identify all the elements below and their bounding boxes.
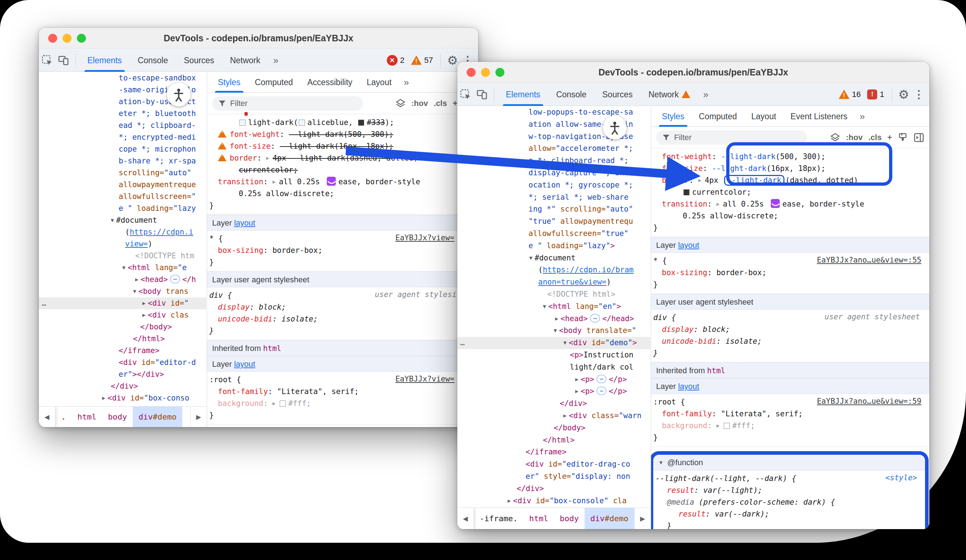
css-declaration[interactable]: } bbox=[207, 409, 478, 421]
css-declaration[interactable]: result: var(--dark); bbox=[653, 508, 925, 520]
breadcrumb-item[interactable]: . bbox=[55, 407, 72, 427]
breadcrumb-item[interactable]: body bbox=[102, 407, 133, 427]
sidebar-tab-accessibility[interactable]: Accessibility bbox=[300, 72, 360, 93]
dom-row[interactable]: allow="accelerometer *; bbox=[457, 142, 651, 155]
badge-issue[interactable]: !1 bbox=[867, 90, 884, 100]
breadcrumb-item[interactable]: -iframe. bbox=[474, 508, 524, 529]
style-rule[interactable]: EaYBJJx?ano…ue&view=:59:root {font-famil… bbox=[651, 394, 929, 447]
sidebar-tab-computed[interactable]: Computed bbox=[248, 72, 300, 93]
dom-row[interactable]: ▶<div id="box-console" cla bbox=[457, 495, 651, 507]
css-declaration[interactable]: display: block; bbox=[651, 324, 929, 336]
dom-row[interactable]: ▶<div id="box-conso bbox=[39, 392, 206, 404]
dom-row[interactable]: ead *; clipboard- bbox=[39, 120, 206, 131]
dom-row[interactable]: <p>Instruction bbox=[457, 349, 651, 361]
settings-gear-icon[interactable]: ⚙ bbox=[447, 53, 458, 67]
dom-row[interactable]: <!DOCTYPE htm bbox=[39, 250, 206, 262]
code-segment[interactable]: https://cdpn.i bbox=[130, 228, 194, 236]
dom-row[interactable]: "true" allowpaymentrequ bbox=[457, 216, 651, 228]
dom-row[interactable]: ▶<head>⋯</h bbox=[39, 274, 206, 286]
css-declaration[interactable]: transition: ▶ all 0.25s ease, border-sty… bbox=[651, 198, 929, 210]
dom-row[interactable]: ▼#document bbox=[39, 215, 206, 226]
dom-row[interactable]: ▶<div clas bbox=[39, 309, 206, 321]
code-segment[interactable]: --light-dark bbox=[712, 164, 766, 173]
tab-network[interactable]: Network! bbox=[641, 83, 698, 106]
css-declaration[interactable]: light-dark(aliceblue, #333); bbox=[207, 117, 478, 129]
device-toolbar-icon[interactable] bbox=[474, 86, 490, 103]
dom-row[interactable]: -same-origin allo bbox=[39, 84, 206, 96]
css-declaration[interactable]: transition: ▶ all 0.25s ease, border-sty… bbox=[207, 176, 478, 188]
tab-network[interactable]: Network bbox=[222, 49, 268, 72]
badge-warn[interactable]: !16 bbox=[839, 90, 861, 99]
code-segment[interactable]: https://cdpn.io/bram bbox=[543, 265, 634, 274]
tab-elements[interactable]: Elements bbox=[79, 49, 130, 72]
css-declaration[interactable]: } bbox=[651, 432, 929, 444]
node-menu-dots[interactable]: … bbox=[42, 297, 47, 309]
breadcrumb-item[interactable]: html bbox=[524, 508, 554, 529]
css-declaration[interactable]: --light-dark(--light, --dark) { bbox=[653, 473, 925, 485]
code-segment[interactable]: --light-dark bbox=[721, 152, 775, 161]
dom-row[interactable]: ation-by-user-act bbox=[39, 96, 206, 108]
dom-row[interactable]: ▼<body trans bbox=[39, 286, 206, 297]
dom-row[interactable]: allowfullscreen=" bbox=[39, 191, 206, 203]
dom-row[interactable]: eter *; bluetooth bbox=[39, 108, 206, 120]
breadcrumb-item[interactable]: html bbox=[72, 407, 102, 427]
css-declaration[interactable]: background: ▶ #fff; bbox=[207, 398, 478, 409]
dom-row[interactable]: (https://cdpn.io/bram bbox=[457, 264, 651, 276]
titlebar[interactable]: DevTools - codepen.io/bramus/pen/EaYBJJx bbox=[457, 62, 929, 83]
element-classes-button[interactable]: .cls bbox=[434, 99, 447, 108]
css-declaration[interactable]: 0.25s allow-discrete; bbox=[207, 188, 478, 200]
toggle-element-state-button[interactable]: :hov bbox=[846, 133, 863, 142]
css-declaration[interactable]: } bbox=[207, 325, 478, 337]
dom-row[interactable]: *; serial *; web-share bbox=[457, 192, 651, 204]
css-declaration[interactable]: } bbox=[653, 520, 925, 529]
new-style-rule-button[interactable]: + bbox=[887, 133, 892, 142]
css-declaration[interactable]: display: block; bbox=[207, 301, 478, 313]
stylesheet-link[interactable]: EaYBJJx?ano…ue&view=:55 bbox=[817, 256, 922, 264]
css-declaration[interactable]: currentcolor; bbox=[207, 164, 478, 176]
dom-row[interactable]: </html> bbox=[39, 333, 206, 345]
dom-row[interactable]: er" style="display: non bbox=[457, 470, 651, 483]
code-segment[interactable]: ⋯ bbox=[590, 314, 600, 323]
more-sidebar-tabs-chevron[interactable]: » bbox=[854, 111, 870, 122]
breadcrumb-item-selected[interactable]: div#demo bbox=[133, 407, 182, 427]
dom-row[interactable]: (https://cdpn.i bbox=[39, 226, 206, 238]
sidebar-tab-styles[interactable]: Styles bbox=[655, 106, 692, 127]
css-declaration[interactable]: font-size: --light-dark(16px, 18px); bbox=[651, 163, 929, 175]
breadcrumb-prev-button[interactable]: ◀ bbox=[39, 407, 55, 427]
css-declaration[interactable]: !font-size: --light-dark(16px, 18px); bbox=[207, 141, 478, 152]
code-segment[interactable]: ⋯ bbox=[596, 375, 606, 383]
code-segment[interactable]: layout bbox=[678, 382, 699, 391]
dom-row[interactable]: </body> bbox=[457, 422, 651, 434]
css-declaration[interactable]: box-sizing: border-box; bbox=[207, 245, 478, 257]
style-rule[interactable]: EaYBJJx?view=:root {font-family: "Litera… bbox=[207, 372, 478, 424]
style-rule[interactable]: font-weight: --light-dark(500, 300);font… bbox=[651, 149, 929, 237]
dom-row[interactable]: </div> bbox=[457, 483, 651, 495]
sidebar-tab-computed[interactable]: Computed bbox=[692, 106, 744, 127]
css-declaration[interactable]: } bbox=[207, 257, 478, 269]
dom-row[interactable]: </div> bbox=[39, 380, 206, 392]
dom-row[interactable]: …▼<div id="demo"> bbox=[457, 337, 651, 349]
css-declaration[interactable]: currentcolor; bbox=[651, 187, 929, 198]
dom-row[interactable]: e " loading="lazy bbox=[39, 203, 206, 215]
tab-sources[interactable]: Sources bbox=[594, 83, 640, 106]
dom-row[interactable]: </iframe> bbox=[39, 345, 206, 357]
stylesheet-link[interactable]: <style> bbox=[885, 473, 917, 482]
dom-row[interactable]: er"></div> bbox=[39, 368, 206, 380]
style-rule[interactable]: EaYBJJx?view=* {box-sizing: border-box;} bbox=[207, 231, 478, 272]
breadcrumb-prev-button[interactable]: ◀ bbox=[457, 508, 474, 529]
style-rule[interactable]: EaYBJJx?ano…ue&view=:55* {box-sizing: bo… bbox=[651, 253, 929, 294]
dom-row[interactable]: cope *; microphon bbox=[39, 143, 206, 155]
dom-row[interactable]: light/dark col bbox=[457, 361, 651, 373]
css-declaration[interactable]: font-family: "Literata", serif; bbox=[651, 408, 929, 420]
css-declaration[interactable]: } bbox=[207, 200, 478, 211]
breadcrumb-next-button[interactable]: ▶ bbox=[634, 508, 651, 529]
more-panels-chevron[interactable]: » bbox=[698, 83, 713, 106]
filter-input[interactable]: Filter bbox=[656, 130, 807, 145]
code-segment[interactable]: anon=true&view= bbox=[538, 278, 606, 286]
dom-row[interactable]: ▶<head>⋯</head> bbox=[457, 313, 651, 325]
collapse-panel-icon[interactable] bbox=[913, 132, 924, 143]
cascade-layers-icon[interactable] bbox=[830, 133, 840, 142]
dom-row[interactable]: <div id="editor-d bbox=[39, 357, 206, 368]
stylesheet-link[interactable]: EaYBJJx?view= bbox=[396, 234, 454, 242]
css-declaration[interactable]: unicode-bidi: isolate; bbox=[651, 336, 929, 347]
